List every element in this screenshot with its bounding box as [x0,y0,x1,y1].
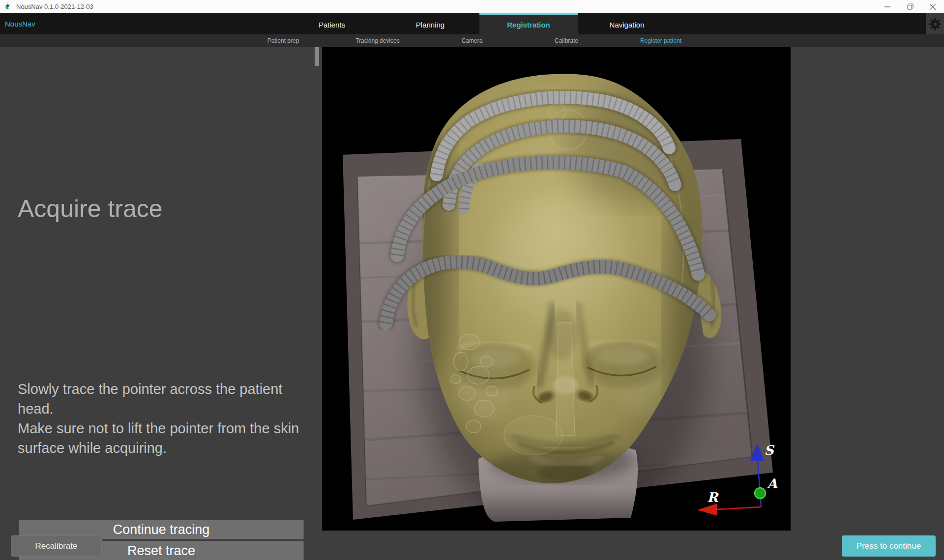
restore-icon [907,3,914,10]
settings-button[interactable] [926,13,944,34]
tab-planning[interactable]: Planning [381,13,479,34]
axis-label-anterior: A [767,476,778,491]
step-patient-prep[interactable]: Patient prep [236,34,330,47]
brand-label: NousNav [5,13,35,34]
anterior-axis-marker [755,488,766,499]
registration-steps: Patient prep Tracking devices Camera Cal… [236,34,708,47]
close-icon [930,4,936,10]
titlebar: NousNav 0.1.0-2021-12-03 [0,0,944,13]
step-register-patient[interactable]: Register patient [614,34,708,47]
3d-viewport[interactable]: S A R [322,47,791,531]
instructions: Slowly trace the pointer across the pati… [18,379,300,458]
minimize-icon [885,4,890,10]
step-calibrate[interactable]: Calibrate [519,34,614,47]
main-tabbar: NousNav Patients Planning Registration N… [0,13,944,34]
window-controls [876,0,944,13]
tab-patients[interactable]: Patients [283,13,381,34]
gear-icon [928,17,943,31]
step-camera[interactable]: Camera [425,34,519,47]
instructions-line2: Make sure not to lift the pointer from t… [18,419,300,458]
close-button[interactable] [921,0,944,13]
registration-stepbar: Patient prep Tracking devices Camera Cal… [0,34,944,47]
main-tabs: Patients Planning Registration Navigatio… [283,13,676,34]
tab-navigation[interactable]: Navigation [578,13,676,34]
instructions-line1: Slowly trace the pointer across the pati… [18,379,300,419]
recalibrate-button[interactable]: Recalibrate [11,535,102,557]
restore-button[interactable] [899,0,921,13]
page-title: Acquire trace [18,195,163,223]
head-model-scene: S A R [322,47,791,531]
press-to-continue-button[interactable]: Press to continue [842,535,936,557]
tab-registration[interactable]: Registration [479,13,578,34]
minimize-button[interactable] [876,0,899,13]
nousnav-logo-icon [3,2,12,11]
window-title: NousNav 0.1.0-2021-12-03 [16,3,93,10]
panel-splitter-handle[interactable] [315,47,319,66]
axis-label-right: R [707,490,719,505]
nousnav-window: NousNav 0.1.0-2021-12-03 NousNav Patient… [0,0,944,560]
step-tracking-devices[interactable]: Tracking devices [330,34,425,47]
axis-label-superior: S [764,443,775,458]
